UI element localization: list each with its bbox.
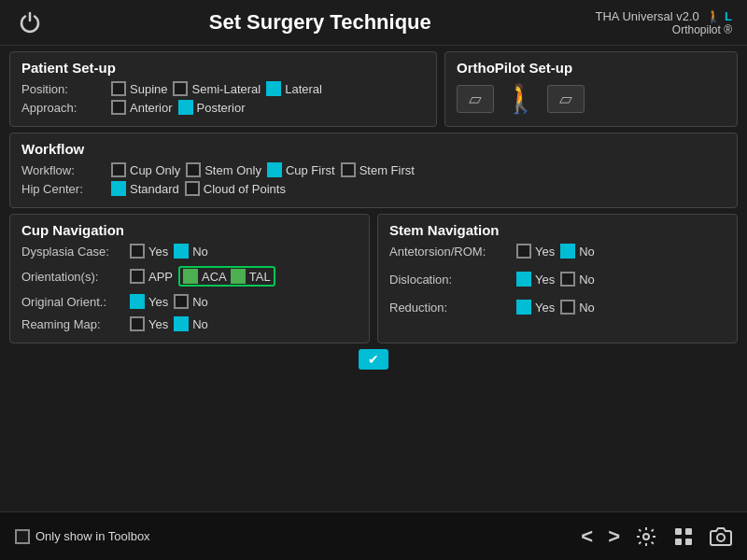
hip-center-label: Hip Center: <box>21 182 106 196</box>
antetorsion-yes-checkbox[interactable] <box>516 244 531 259</box>
cup-only-checkbox[interactable] <box>111 162 126 177</box>
reaming-no-label: No <box>192 317 208 331</box>
position-supine[interactable]: Supine <box>111 81 167 96</box>
next-button[interactable]: > <box>608 525 620 549</box>
approach-label: Approach: <box>21 101 106 115</box>
approach-row: Approach: Anterior Posterior <box>21 100 425 115</box>
header-info: THA Universal v2.0 🚶 L Orthopilot ® <box>596 9 732 36</box>
power-button[interactable] <box>15 7 45 37</box>
workflow-stem-first[interactable]: Stem First <box>341 162 415 177</box>
ortho-person-icon: 🚶 <box>503 85 538 113</box>
antetorsion-yes[interactable]: Yes <box>516 244 555 259</box>
dislocation-label: Dislocation: <box>389 273 511 287</box>
dysplasia-no[interactable]: No <box>174 244 208 259</box>
dislocation-yes-label: Yes <box>535 273 555 287</box>
cloud-label: Cloud of Points <box>204 182 286 196</box>
orientation-label: Orientation(s): <box>21 270 124 284</box>
semilateral-checkbox[interactable] <box>173 81 188 96</box>
stem-nav-content: Antetorsion/ROM: Yes No Dislocation: <box>389 244 726 318</box>
orient-tal[interactable]: TAL <box>231 269 271 284</box>
workflow-stem-only[interactable]: Stem Only <box>186 162 261 177</box>
only-show-checkbox[interactable] <box>15 529 30 544</box>
down-arrow-button[interactable]: ✔ <box>359 349 388 370</box>
orig-no[interactable]: No <box>174 294 208 309</box>
patient-setup-section: Patient Set-up Position: Supine Semi-Lat… <box>9 51 437 127</box>
reaming-yes[interactable]: Yes <box>130 316 168 331</box>
supine-checkbox[interactable] <box>111 81 126 96</box>
dislocation-no-checkbox[interactable] <box>560 272 575 287</box>
workflow-cup-first[interactable]: Cup First <box>267 162 335 177</box>
dislocation-yes[interactable]: Yes <box>516 272 555 287</box>
posterior-checkbox[interactable] <box>178 100 193 115</box>
workflow-cup-only[interactable]: Cup Only <box>111 162 180 177</box>
antetorsion-no[interactable]: No <box>560 244 595 259</box>
anterior-checkbox[interactable] <box>111 100 126 115</box>
workflow-row: Workflow: Cup Only Stem Only Cup First S… <box>21 162 726 177</box>
antetorsion-no-checkbox[interactable] <box>560 244 575 259</box>
tal-checkbox[interactable] <box>231 269 246 284</box>
reaming-yes-checkbox[interactable] <box>130 316 145 331</box>
antetorsion-no-label: No <box>579 245 595 259</box>
svg-point-5 <box>717 534 725 541</box>
approach-posterior[interactable]: Posterior <box>178 100 246 115</box>
svg-rect-3 <box>675 539 682 545</box>
dysplasia-yes-checkbox[interactable] <box>130 244 145 259</box>
app-label: APP <box>148 270 173 284</box>
reduction-no[interactable]: No <box>560 300 595 315</box>
workflow-section: Workflow Workflow: Cup Only Stem Only Cu… <box>9 133 738 208</box>
stem-first-checkbox[interactable] <box>341 162 356 177</box>
anterior-label: Anterior <box>130 101 173 115</box>
cup-first-label: Cup First <box>286 163 335 177</box>
stem-nav-title: Stem Navigation <box>389 222 726 238</box>
stem-navigation-section: Stem Navigation Antetorsion/ROM: Yes No <box>377 214 738 343</box>
reaming-no-checkbox[interactable] <box>174 316 189 331</box>
position-lateral[interactable]: Lateral <box>266 81 322 96</box>
patient-setup-title: Patient Set-up <box>21 60 425 76</box>
app-checkbox[interactable] <box>130 269 145 284</box>
orientation-row: Orientation(s): APP ACA <box>21 266 358 287</box>
lateral-checkbox[interactable] <box>266 81 281 96</box>
original-orient-label: Original Orient.: <box>21 295 124 309</box>
standard-checkbox[interactable] <box>111 181 126 196</box>
dysplasia-yes-label: Yes <box>148 245 168 259</box>
grid-button[interactable] <box>672 525 695 548</box>
svg-rect-2 <box>685 528 692 535</box>
semilateral-label: Semi-Lateral <box>191 82 261 96</box>
hip-cloud[interactable]: Cloud of Points <box>185 181 286 196</box>
aca-label: ACA <box>202 270 227 284</box>
only-show-row: Only show in Toolbox <box>15 529 150 544</box>
settings-button[interactable] <box>635 525 657 548</box>
dysplasia-no-checkbox[interactable] <box>174 244 189 259</box>
reaming-no[interactable]: No <box>174 316 208 331</box>
posterior-label: Posterior <box>197 101 246 115</box>
position-semilateral[interactable]: Semi-Lateral <box>173 81 261 96</box>
aca-checkbox[interactable] <box>183 269 198 284</box>
cloud-checkbox[interactable] <box>185 181 200 196</box>
workflow-label: Workflow: <box>21 163 106 177</box>
reduction-yes[interactable]: Yes <box>516 300 555 315</box>
dislocation-no-label: No <box>579 273 595 287</box>
camera-button[interactable] <box>710 525 732 548</box>
orient-app[interactable]: APP <box>130 269 173 284</box>
top-sections: Patient Set-up Position: Supine Semi-Lat… <box>9 51 738 127</box>
reduction-label: Reduction: <box>389 301 511 315</box>
cup-first-checkbox[interactable] <box>267 162 282 177</box>
dysplasia-yes[interactable]: Yes <box>130 244 168 259</box>
down-arrow-container: ✔ <box>9 349 738 370</box>
dislocation-no[interactable]: No <box>560 272 595 287</box>
position-label: Position: <box>21 82 106 96</box>
page-title: Set Surgery Technique <box>45 10 596 35</box>
reduction-row: Reduction: Yes No <box>389 300 726 315</box>
dysplasia-label: Dysplasia Case: <box>21 245 124 259</box>
hip-standard[interactable]: Standard <box>111 181 179 196</box>
reduction-yes-checkbox[interactable] <box>516 300 531 315</box>
stem-only-checkbox[interactable] <box>186 162 201 177</box>
orig-yes[interactable]: Yes <box>130 294 168 309</box>
orig-yes-checkbox[interactable] <box>130 294 145 309</box>
orient-aca[interactable]: ACA <box>183 269 227 284</box>
reduction-no-checkbox[interactable] <box>560 300 575 315</box>
dislocation-yes-checkbox[interactable] <box>516 272 531 287</box>
orig-no-checkbox[interactable] <box>174 294 189 309</box>
approach-anterior[interactable]: Anterior <box>111 100 173 115</box>
prev-button[interactable]: < <box>581 525 593 549</box>
